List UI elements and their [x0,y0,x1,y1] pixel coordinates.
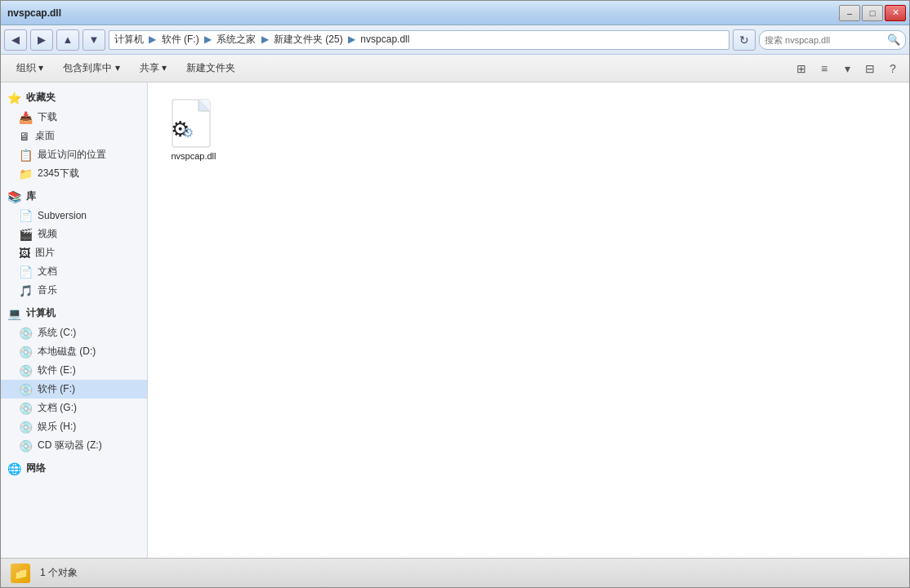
file-item-nvspcap[interactable]: ⚙ ⚙ nvspcap.dll [161,96,226,164]
status-folder-icon: 📁 [11,564,30,583]
forward-button[interactable]: ▶ [30,29,53,51]
sidebar-item-subversion[interactable]: 📄 Subversion [1,207,147,225]
view-list-button[interactable]: ≡ [814,59,834,78]
drive-icon: 💿 [19,345,33,359]
drive-icon: 💿 [19,402,33,415]
toolbar-view-controls: ⊞ ≡ ▾ ⊟ ? [792,59,903,78]
organize-button[interactable]: 组织 ▾ [7,58,52,79]
main-area: ⭐ 收藏夹 📥 下载 🖥 桌面 📋 最近访问的位置 📁 2345下载 [1,82,909,558]
sidebar-item-label: 下载 [38,110,57,124]
sidebar-item-soft-e[interactable]: 💿 软件 (E:) [1,361,147,380]
sidebar-item-download[interactable]: 📥 下载 [1,108,147,127]
sidebar-item-pictures[interactable]: 🖼 图片 [1,243,147,262]
folder-icon: 📁 [19,167,33,180]
sidebar-item-label: Subversion [38,210,87,221]
sidebar-header-computer[interactable]: 💻 计算机 [1,303,147,323]
network-label: 网络 [26,461,46,475]
window: nvspcap.dll – □ ✕ ◀ ▶ ▲ ▼ 计算机 ▶ 软件 (F:) … [0,0,910,588]
sidebar-section-computer: 💻 计算机 💿 系统 (C:) 💿 本地磁盘 (D:) 💿 软件 (E:) 💿 [1,303,147,455]
sidebar-item-label: 2345下载 [38,167,79,180]
addressbar: ◀ ▶ ▲ ▼ 计算机 ▶ 软件 (F:) ▶ 系统之家 ▶ 新建文件夹 (25… [1,25,909,55]
sidebar-item-label: 系统 (C:) [38,326,76,340]
view-pane-button[interactable]: ⊟ [860,59,880,78]
sidebar-section-favorites: ⭐ 收藏夹 📥 下载 🖥 桌面 📋 最近访问的位置 📁 2345下载 [1,87,147,183]
toolbar: 组织 ▾ 包含到库中 ▾ 共享 ▾ 新建文件夹 ⊞ ≡ ▾ ⊟ ? [1,55,909,82]
drive-icon: 💿 [19,364,33,377]
search-input[interactable] [765,35,884,45]
window-title: nvspcap.dll [7,7,61,19]
back-button[interactable]: ◀ [4,29,27,51]
favorites-icon: ⭐ [7,91,21,105]
sidebar-item-label: 文档 (G:) [38,401,77,415]
titlebar: nvspcap.dll – □ ✕ [1,1,909,25]
sidebar-header-network[interactable]: 🌐 网络 [1,458,147,479]
network-icon: 🌐 [7,462,21,475]
sidebar-header-favorites[interactable]: ⭐ 收藏夹 [1,87,147,108]
sidebar-item-recent[interactable]: 📋 最近访问的位置 [1,145,147,164]
status-text: 1 个对象 [40,566,78,580]
library-icon: 📚 [7,190,21,203]
sidebar-item-label: 软件 (F:) [38,382,75,396]
computer-label: 计算机 [26,306,56,320]
close-button[interactable]: ✕ [885,5,906,21]
sidebar-item-ent-h[interactable]: 💿 娱乐 (H:) [1,417,147,436]
desktop-icon: 🖥 [19,130,30,143]
sidebar-item-docs[interactable]: 📄 文档 [1,262,147,281]
search-bar[interactable]: 🔍 [759,30,906,50]
maximize-button[interactable]: □ [862,5,883,21]
up-button[interactable]: ▲ [56,29,79,51]
content-area: ⚙ ⚙ nvspcap.dll [148,82,909,558]
subversion-icon: 📄 [19,209,33,222]
gear-small-icon: ⚙ [182,127,194,140]
help-button[interactable]: ? [883,59,903,78]
share-button[interactable]: 共享 ▾ [131,58,176,79]
music-icon: 🎵 [19,284,33,297]
recent-icon: 📋 [19,149,33,162]
sidebar-item-docs-g[interactable]: 💿 文档 (G:) [1,399,147,417]
sidebar-item-soft-f[interactable]: 💿 软件 (F:) [1,380,147,399]
computer-icon: 💻 [7,307,21,320]
minimize-button[interactable]: – [839,5,860,21]
sidebar-section-library: 📚 库 📄 Subversion 🎬 视频 🖼 图片 📄 文档 [1,186,147,300]
search-icon[interactable]: 🔍 [887,33,900,46]
sidebar-item-label: 娱乐 (H:) [38,420,76,434]
sidebar-item-label: 文档 [38,265,57,278]
sidebar-item-label: CD 驱动器 (Z:) [38,439,102,452]
docs-icon: 📄 [19,265,33,278]
drive-icon: 💿 [19,421,33,434]
pictures-icon: 🖼 [19,247,30,260]
breadcrumb[interactable]: 计算机 ▶ 软件 (F:) ▶ 系统之家 ▶ 新建文件夹 (25) ▶ nvsp… [109,30,729,50]
titlebar-controls: – □ ✕ [839,5,906,21]
sidebar-item-2345[interactable]: 📁 2345下载 [1,164,147,183]
view-dropdown-button[interactable]: ▾ [837,59,857,78]
favorites-label: 收藏夹 [26,91,56,105]
sidebar-item-label: 本地磁盘 (D:) [38,345,96,359]
sidebar-item-label: 软件 (E:) [38,363,76,377]
dropdown-button[interactable]: ▼ [83,29,105,51]
sidebar-section-network: 🌐 网络 [1,458,147,479]
sidebar-item-label: 图片 [35,246,55,260]
new-folder-button[interactable]: 新建文件夹 [177,58,244,79]
library-label: 库 [26,189,36,203]
sidebar: ⭐ 收藏夹 📥 下载 🖥 桌面 📋 最近访问的位置 📁 2345下载 [1,82,148,558]
include-library-button[interactable]: 包含到库中 ▾ [54,58,128,79]
sidebar-item-desktop[interactable]: 🖥 桌面 [1,127,147,145]
sidebar-item-label: 最近访问的位置 [38,148,106,162]
drive-icon: 💿 [19,383,33,396]
sidebar-item-label: 桌面 [35,129,55,143]
sidebar-item-label: 视频 [38,227,57,241]
sidebar-item-label: 音乐 [38,283,57,297]
sidebar-item-system-c[interactable]: 💿 系统 (C:) [1,323,147,342]
sidebar-header-library[interactable]: 📚 库 [1,186,147,207]
sidebar-item-local-d[interactable]: 💿 本地磁盘 (D:) [1,342,147,361]
download-folder-icon: 📥 [19,111,33,124]
drive-icon: 💿 [19,327,33,340]
sidebar-item-music[interactable]: 🎵 音乐 [1,281,147,300]
view-large-icons-button[interactable]: ⊞ [792,59,811,78]
sidebar-item-cd-z[interactable]: 💿 CD 驱动器 (Z:) [1,436,147,455]
cd-drive-icon: 💿 [19,439,33,452]
statusbar: 📁 1 个对象 [1,558,909,587]
sidebar-item-video[interactable]: 🎬 视频 [1,225,147,243]
file-icon: ⚙ ⚙ [169,99,218,148]
refresh-button[interactable]: ↻ [733,29,756,51]
